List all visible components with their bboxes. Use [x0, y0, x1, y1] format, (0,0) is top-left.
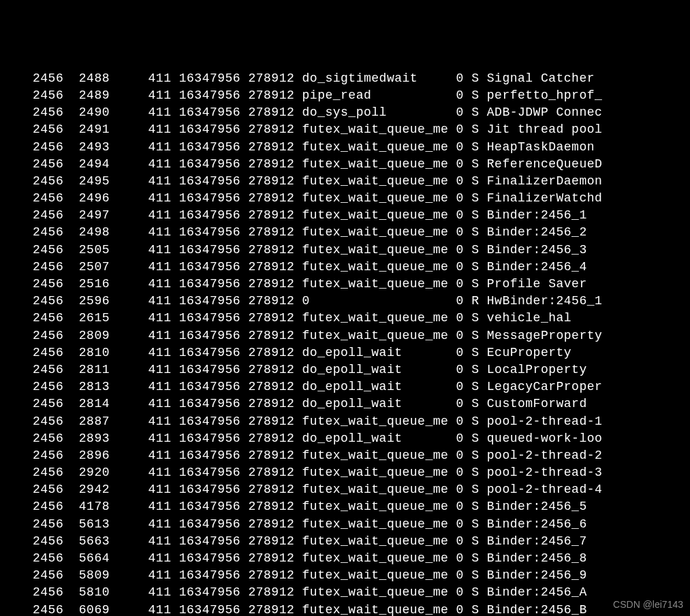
process-row: 2456 2615 411 16347956 278912 futex_wait… [33, 310, 690, 327]
process-row: 2456 2810 411 16347956 278912 do_epoll_w… [33, 344, 690, 361]
process-row: 2456 2920 411 16347956 278912 futex_wait… [33, 464, 690, 481]
process-row: 2456 2893 411 16347956 278912 do_epoll_w… [33, 430, 690, 447]
process-row: 2456 2495 411 16347956 278912 futex_wait… [33, 173, 690, 190]
process-row: 2456 2490 411 16347956 278912 do_sys_pol… [33, 104, 690, 121]
watermark-text: CSDN @lei7143 [613, 598, 683, 612]
terminal-output[interactable]: 2456 2488 411 16347956 278912 do_sigtime… [0, 70, 690, 616]
process-row: 2456 2896 411 16347956 278912 futex_wait… [33, 447, 690, 464]
process-row: 2456 2516 411 16347956 278912 futex_wait… [33, 276, 690, 293]
process-row: 2456 2493 411 16347956 278912 futex_wait… [33, 139, 690, 156]
process-row: 2456 2489 411 16347956 278912 pipe_read … [33, 87, 690, 104]
process-row: 2456 2496 411 16347956 278912 futex_wait… [33, 190, 690, 207]
process-row: 2456 4178 411 16347956 278912 futex_wait… [33, 498, 690, 515]
process-row: 2456 2887 411 16347956 278912 futex_wait… [33, 413, 690, 430]
process-row: 2456 2814 411 16347956 278912 do_epoll_w… [33, 395, 690, 412]
process-row: 2456 5663 411 16347956 278912 futex_wait… [33, 533, 690, 550]
process-row: 2456 2811 411 16347956 278912 do_epoll_w… [33, 361, 690, 378]
process-row: 2456 6069 411 16347956 278912 futex_wait… [33, 602, 690, 616]
process-row: 2456 2813 411 16347956 278912 do_epoll_w… [33, 378, 690, 395]
process-row: 2456 2596 411 16347956 278912 0 0 R HwBi… [33, 293, 690, 310]
process-row: 2456 2497 411 16347956 278912 futex_wait… [33, 207, 690, 224]
process-row: 2456 2505 411 16347956 278912 futex_wait… [33, 242, 690, 259]
process-row: 2456 2809 411 16347956 278912 futex_wait… [33, 327, 690, 344]
process-row: 2456 5664 411 16347956 278912 futex_wait… [33, 550, 690, 567]
process-row: 2456 2498 411 16347956 278912 futex_wait… [33, 224, 690, 241]
process-row: 2456 2507 411 16347956 278912 futex_wait… [33, 259, 690, 276]
process-row: 2456 5810 411 16347956 278912 futex_wait… [33, 584, 690, 601]
process-row: 2456 2494 411 16347956 278912 futex_wait… [33, 156, 690, 173]
process-row: 2456 2942 411 16347956 278912 futex_wait… [33, 481, 690, 498]
process-row: 2456 5613 411 16347956 278912 futex_wait… [33, 516, 690, 533]
process-row: 2456 2488 411 16347956 278912 do_sigtime… [33, 70, 690, 87]
process-row: 2456 2491 411 16347956 278912 futex_wait… [33, 121, 690, 138]
process-row: 2456 5809 411 16347956 278912 futex_wait… [33, 567, 690, 584]
